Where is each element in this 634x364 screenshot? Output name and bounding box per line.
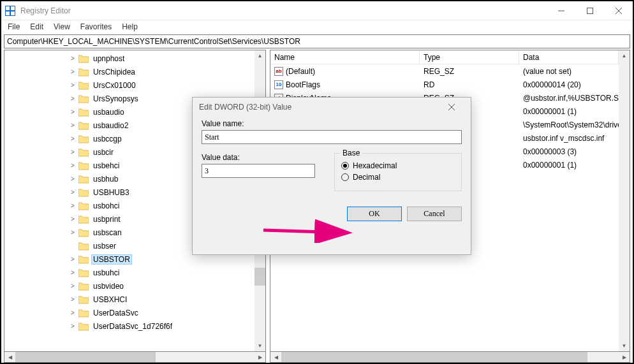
expand-icon[interactable]: >: [68, 175, 77, 182]
scroll-left-icon[interactable]: ◀: [270, 352, 281, 362]
expand-icon[interactable]: >: [68, 323, 77, 330]
scroll-down-icon[interactable]: ▼: [254, 340, 265, 351]
base-fieldset: Base Hexadecimal Decimal: [334, 153, 462, 191]
column-name[interactable]: Name: [270, 50, 420, 64]
radio-icon: [341, 173, 349, 181]
value-data: @usbstor.inf,%USBSTOR.SvcDesc%: [519, 94, 619, 103]
expand-icon[interactable]: >: [68, 135, 77, 142]
tree-item[interactable]: >UserDataSvc_1d726f6f: [4, 319, 254, 333]
edit-dword-dialog: Edit DWORD (32-bit) Value Value name: Va…: [192, 97, 471, 255]
value-row[interactable]: ab(Default)REG_SZ(value not set): [270, 64, 619, 78]
tree-item[interactable]: >upnphost: [4, 52, 254, 65]
expand-icon[interactable]: >: [68, 95, 77, 102]
scroll-thumb[interactable]: [254, 268, 265, 286]
tree-item-label: usbaudio2: [91, 120, 130, 131]
ok-button[interactable]: OK: [347, 207, 402, 221]
tree-horizontal-scrollbar[interactable]: ◀ ▶: [4, 352, 266, 363]
value-name-label: Value name:: [202, 119, 462, 128]
value-name-input[interactable]: [202, 130, 462, 144]
scroll-thumb[interactable]: [15, 352, 156, 362]
expand-icon[interactable]: >: [68, 269, 77, 276]
address-bar[interactable]: Computer\HKEY_LOCAL_MACHINE\SYSTEM\Curre…: [4, 34, 630, 48]
folder-icon: [78, 242, 89, 251]
cancel-button[interactable]: Cancel: [407, 207, 462, 221]
expand-icon[interactable]: >: [68, 189, 77, 196]
expand-icon[interactable]: >: [68, 82, 77, 89]
value-name: (Default): [286, 67, 315, 76]
string-icon: ab: [274, 67, 283, 76]
menu-edit[interactable]: Edit: [26, 21, 47, 33]
tree-item-label: usbehci: [91, 161, 121, 171]
scroll-right-icon[interactable]: ▶: [619, 352, 630, 362]
titlebar: Registry Editor: [1, 1, 633, 20]
tree-item[interactable]: >usbuhci: [4, 266, 254, 279]
tree-item-label: USBXHCI: [91, 295, 129, 305]
value-data: 0x00000003 (3): [519, 147, 619, 156]
scroll-up-icon[interactable]: ▲: [619, 50, 630, 61]
expand-icon[interactable]: >: [68, 162, 77, 169]
folder-icon: [78, 201, 89, 210]
folder-icon: [78, 322, 89, 331]
expand-icon[interactable]: >: [68, 149, 77, 156]
tree-item-label: upnphost: [91, 54, 126, 64]
expand-icon[interactable]: >: [68, 68, 77, 75]
scroll-down-icon[interactable]: ▼: [619, 340, 630, 351]
value-row[interactable]: 10BootFlagsRD0x00000014 (20): [270, 78, 619, 91]
scroll-up-icon[interactable]: ▲: [254, 50, 265, 61]
menu-help[interactable]: Help: [118, 21, 142, 33]
column-data[interactable]: Data: [519, 50, 619, 64]
menu-file[interactable]: File: [4, 21, 24, 33]
radio-hexadecimal[interactable]: Hexadecimal: [341, 161, 455, 170]
tree-item-label: UrsChipidea: [91, 67, 137, 77]
scroll-right-icon[interactable]: ▶: [254, 352, 265, 362]
expand-icon[interactable]: >: [68, 55, 77, 62]
tree-item[interactable]: >UserDataSvc: [4, 306, 254, 319]
values-horizontal-scrollbar[interactable]: ◀ ▶: [270, 352, 630, 363]
base-label: Base: [340, 149, 362, 157]
folder-icon: [78, 215, 89, 224]
tree-item[interactable]: >USBXHCI: [4, 293, 254, 306]
values-vertical-scrollbar[interactable]: ▲ ▼: [619, 50, 630, 351]
expand-icon[interactable]: >: [68, 215, 77, 222]
tree-item-label: usbscan: [91, 228, 124, 238]
tree-item-label: usbcir: [91, 147, 115, 157]
minimize-button[interactable]: [547, 1, 575, 20]
expand-icon[interactable]: >: [68, 296, 77, 303]
tree-item[interactable]: >UrsCx01000: [4, 78, 254, 92]
scroll-thumb[interactable]: [281, 352, 587, 362]
expand-icon[interactable]: >: [68, 202, 77, 209]
column-headers: Name Type Data: [270, 50, 619, 64]
value-data-input[interactable]: [202, 164, 315, 178]
expand-icon[interactable]: >: [68, 229, 77, 236]
folder-icon: [78, 54, 89, 63]
expand-icon[interactable]: >: [68, 256, 77, 263]
close-icon: [448, 104, 455, 110]
close-button[interactable]: [604, 1, 633, 20]
radio-dec-label: Decimal: [353, 173, 380, 182]
column-type[interactable]: Type: [420, 50, 519, 64]
maximize-button[interactable]: [575, 1, 604, 20]
folder-icon: [78, 148, 89, 157]
scroll-left-icon[interactable]: ◀: [4, 352, 15, 362]
expand-icon[interactable]: >: [68, 108, 77, 115]
folder-icon: [78, 161, 89, 170]
folder-icon: [78, 282, 89, 291]
tree-item[interactable]: >UrsChipidea: [4, 65, 254, 78]
value-data: usbstor.inf v_mscdsc.inf: [519, 134, 619, 143]
radio-icon: [341, 162, 349, 170]
value-type: RD: [420, 80, 519, 89]
tree-item-label: usbaudio: [91, 107, 126, 117]
folder-icon: [78, 81, 89, 90]
radio-hex-label: Hexadecimal: [353, 161, 397, 170]
tree-item[interactable]: >usbvideo: [4, 279, 254, 293]
tree-item-label: UrsSynopsys: [91, 94, 140, 104]
expand-icon[interactable]: >: [68, 309, 77, 316]
radio-decimal[interactable]: Decimal: [341, 173, 455, 182]
expand-icon[interactable]: >: [68, 122, 77, 129]
menu-view[interactable]: View: [50, 21, 74, 33]
tree-item-label: usbccgp: [91, 134, 124, 144]
dialog-close-button[interactable]: [439, 98, 464, 117]
menu-favorites[interactable]: Favorites: [77, 21, 115, 33]
dword-icon: 10: [274, 80, 283, 89]
expand-icon[interactable]: >: [68, 282, 77, 289]
